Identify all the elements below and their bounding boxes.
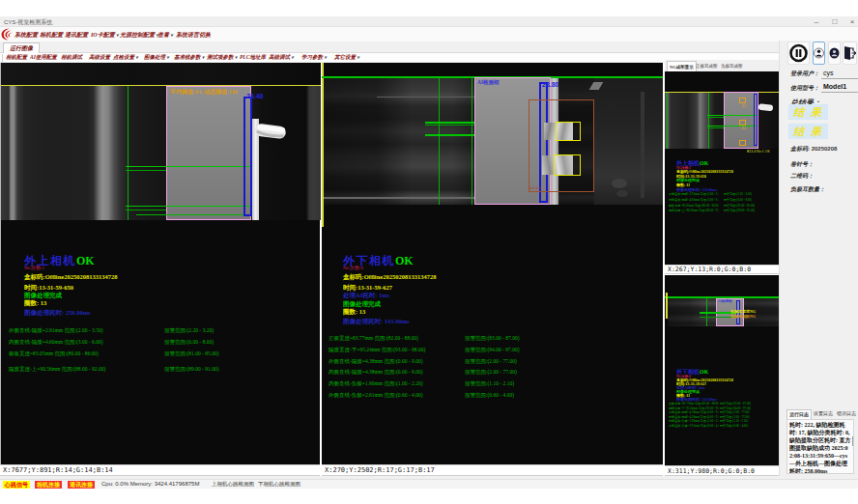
bottom-alarm-row: 报警范围:(83.00 - 87.00) <box>465 335 520 342</box>
decor: 报警范围:(89.00 - 91.00) <box>724 209 773 212</box>
decor: 正极宽度=83.77mm 范围:(82.00 - 88.00) <box>669 402 718 406</box>
decor: 报警范围:(0.60 - 4.00) <box>465 392 514 398</box>
left-camera-panel[interactable]: 平均阈值:93, 动态阈值:100 25.48 外上相机OK NG次数:1 盒标… <box>0 63 320 464</box>
login-user-label: 登录用户： <box>790 70 819 78</box>
blue-measure-value: 28.80 <box>542 81 559 88</box>
mini-tab-ng-display[interactable]: NG成图显示 <box>667 61 697 71</box>
decor: 隔膜宽度-上=90.56mm 范围:(88.00 - 92.00) <box>669 209 718 212</box>
decor: PLC地址库 <box>240 54 266 60</box>
dropdown-arrow-icon: ▾ <box>171 33 173 38</box>
decor: 高级设置 <box>89 54 110 60</box>
decor: 极板宽度=83.05mm 范围:(80.00 - 86.00) <box>9 350 99 356</box>
log-tab-errors[interactable]: 错误日志 <box>835 409 858 419</box>
bottom-alarm-row: 报警范围:(1.10 - 2.10) <box>465 380 514 387</box>
decor <box>439 77 440 205</box>
tool-image-processing[interactable]: 图像处理 ▾ <box>144 54 169 61</box>
tool-camera-debug[interactable]: 相机调试 <box>61 54 82 61</box>
decor: 点检设置 <box>113 54 134 60</box>
decor <box>641 92 644 198</box>
pink-detect-box <box>166 86 251 220</box>
decor: 隔膜宽度-下=95.24mm 范围:(93.00 - 98.00) <box>329 347 425 352</box>
log-scrollbar[interactable] <box>852 436 853 446</box>
marker-label: J13 <box>741 104 755 107</box>
login-user-input[interactable] <box>821 78 858 79</box>
log-tab-run[interactable]: 运行日志 <box>786 409 812 419</box>
dropdown-arrow-icon: ▾ <box>116 33 118 38</box>
dropdown-arrow-icon: ▾ <box>166 55 168 60</box>
decor <box>1 63 321 85</box>
left-camera-image: 平均阈值:93, 动态阈值:100 25.48 <box>1 63 321 220</box>
bottom-alarm-row: 报警范围:(2.00 - 77.00) <box>465 358 517 365</box>
dropdown-arrow-icon: ▾ <box>202 55 204 60</box>
mini2-xy-statusbar: X:311;Y:980;R:0;G:0;B:0 <box>665 465 779 476</box>
decor <box>612 179 627 188</box>
decor <box>707 127 724 128</box>
bottom-measure-row: 隔膜宽度-下=95.24mm 范围:(93.00 - 98.00) <box>329 347 425 353</box>
marker-box <box>739 140 746 146</box>
blue-measure-box <box>243 97 252 216</box>
left-turns: 圈数: 13 <box>24 299 46 308</box>
tool-learning-params[interactable]: 学习参数 ▾ <box>301 54 327 61</box>
menu-item-system-config[interactable]: 系统配置 <box>14 31 38 40</box>
decor: 外侧直线-隔膜=2.91mm 范围:(2.00 - 3.50) <box>669 192 718 196</box>
maximize-button[interactable]: □ <box>827 16 843 27</box>
tool-ai-usage-config[interactable]: AI使用配置 <box>30 54 57 61</box>
close-button[interactable]: × <box>844 16 858 27</box>
left-elapsed: 图像处理耗时: 258.00ms <box>24 309 91 318</box>
left-alarm-row: 报警范围:(89.00 - 91.00) <box>164 366 219 373</box>
menu-item-language-switch[interactable]: 系统语言切换 <box>176 31 211 40</box>
log-textarea[interactable]: 耗时: 222, 缺陷检测耗时: 17, 缺陷分类耗时: 0, 缺陷提取分区耗时… <box>786 419 854 474</box>
menu-item-camera-config[interactable]: 相机配置 <box>40 31 63 40</box>
decor: 内侧直线-负极=1.90mm 范围:(1.00 - 2.20) <box>669 419 718 423</box>
bottom-camera-panel[interactable]: AI检测框 28.80 0.0 0.0 外下相机OK NG次数:0 盒标码:Of… <box>322 63 663 464</box>
menu-item-view[interactable]: 查看 ▾ <box>157 31 173 40</box>
bottom-camera-result: OK <box>395 254 414 267</box>
mini-panel-bottom[interactable]: AI检测框 负极耳宽度NG 负极耳间距NG 外下相机OK NG次数:0 盒标码:… <box>665 275 779 465</box>
decor: 报警范围:(2.20 - 3.20) <box>724 192 773 196</box>
result-badge-1: 结 果 <box>788 104 828 120</box>
cpu-memory-text: Cpu: 0.0% Memory: 3424.41796875M <box>101 481 199 487</box>
tab-run-image[interactable]: 运行图像 <box>3 42 40 53</box>
dropdown-arrow-icon: ▾ <box>291 55 293 60</box>
tool-test-item-params[interactable]: 测试项参数 ▾ <box>207 54 237 61</box>
bottom-xy-statusbar: X:270;Y:2502;R:17;G:17;B:17 <box>322 464 663 476</box>
menu-item-io-card-config[interactable]: IO卡配置 ▾ <box>91 31 118 40</box>
bottom-alarm-row: 报警范围:(0.60 - 4.00) <box>465 392 514 399</box>
mini-panel-top[interactable]: J13 J14 B13-6 Re:1 OK 外上相机OK NG次数:1 盒标码:… <box>665 71 779 265</box>
menu-item-comm-config[interactable]: 通讯配置 <box>65 31 88 40</box>
bottom-measure-row: 正极宽度=83.77mm 范围:(82.00 - 88.00) <box>329 335 418 342</box>
decor <box>667 93 668 149</box>
tool-advanced-settings[interactable]: 高级设置 <box>89 54 110 61</box>
marker-label: J14 <box>741 126 755 129</box>
marker-box <box>739 98 746 103</box>
bottom-measure-row: 外侧直线-负极=2.61mm 范围:(0.60 - 4.00) <box>329 392 423 399</box>
bottom-alarm-row: 报警范围:(94.00 - 97.00) <box>465 347 520 353</box>
mini-tab-negative[interactable]: 负极耳成图 <box>719 61 745 71</box>
decor: 正极宽度=83.77mm 范围:(82.00 - 88.00) <box>329 335 418 341</box>
brown-roi-box <box>529 99 594 192</box>
decor: 报警范围:(1.10 - 2.10) <box>720 419 769 423</box>
tool-spot-check[interactable]: 点检设置 ▾ <box>113 54 138 61</box>
menu-item-light-control-config[interactable]: 光源控制配置 ▾ <box>120 31 158 40</box>
log-tab-settings[interactable]: 设置日志 <box>812 409 835 419</box>
yellow-tab-box <box>554 154 581 176</box>
mini-tab-positive[interactable]: 正极耳成图 <box>694 61 720 71</box>
minimize-button[interactable]: – <box>809 16 824 27</box>
blue-measure-value: 25.48 <box>246 93 264 99</box>
decor <box>708 93 709 149</box>
window-title: CYS-视觉检测系统 <box>4 18 52 27</box>
tool-other-settings[interactable]: 其它设置 ▾ <box>334 54 359 61</box>
decor: 极板宽度=83.05mm 范围:(80.00 - 86.00) <box>669 204 718 208</box>
dropdown-arrow-icon: ▾ <box>235 55 237 60</box>
decor: 基准线参数 <box>174 54 201 60</box>
tool-camera-config[interactable]: 相机配置 <box>6 54 27 61</box>
decor: 图像处理 <box>144 54 165 60</box>
model-input[interactable] <box>821 92 858 93</box>
decor: 报警范围:(83.00 - 87.00) <box>720 402 769 406</box>
model-label: 使用型号： <box>790 84 819 93</box>
left-alarm-row: 报警范围:(81.00 - 85.00) <box>164 350 219 357</box>
tool-advanced-debug[interactable]: 高级调试 ▾ <box>269 54 294 61</box>
tool-plc-address[interactable]: PLC地址库 <box>240 54 266 61</box>
decor: 报警范围:(2.00 - 77.00) <box>720 410 769 414</box>
tool-baseline-params[interactable]: 基准线参数 ▾ <box>174 54 204 61</box>
